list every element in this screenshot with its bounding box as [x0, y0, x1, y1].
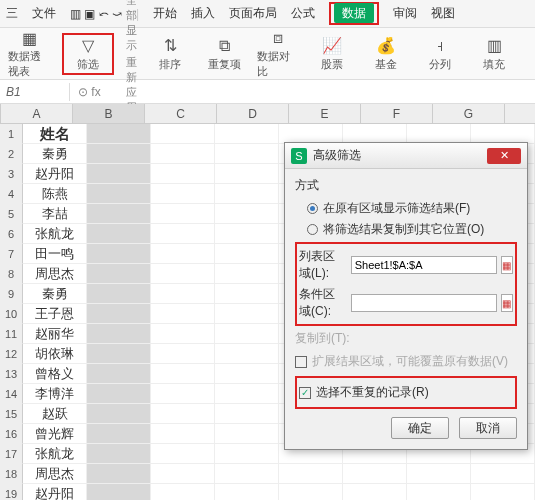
cell[interactable] [151, 484, 215, 500]
row-header[interactable]: 17 [0, 444, 23, 464]
cell[interactable] [151, 304, 215, 324]
cell[interactable] [87, 404, 151, 424]
cell[interactable] [87, 144, 151, 164]
cell[interactable] [151, 224, 215, 244]
cell[interactable] [87, 424, 151, 444]
cell[interactable] [151, 364, 215, 384]
row-header[interactable]: 1 [0, 124, 23, 144]
row-header[interactable]: 11 [0, 324, 23, 344]
cell[interactable] [215, 464, 279, 484]
row-header[interactable]: 6 [0, 224, 23, 244]
cell[interactable] [279, 484, 343, 500]
row-header[interactable]: 13 [0, 364, 23, 384]
cell[interactable] [407, 464, 471, 484]
cell[interactable] [215, 224, 279, 244]
row-header[interactable]: 3 [0, 164, 23, 184]
cell[interactable] [215, 204, 279, 224]
col-header-E[interactable]: E [289, 104, 361, 123]
cell[interactable]: 赵丽华 [23, 324, 87, 344]
cell[interactable] [87, 204, 151, 224]
cell[interactable] [87, 484, 151, 500]
cell[interactable] [279, 464, 343, 484]
col-header-C[interactable]: C [145, 104, 217, 123]
cell[interactable]: 李喆 [23, 204, 87, 224]
row-header[interactable]: 7 [0, 244, 23, 264]
ribbon-fund[interactable]: 💰基金 [365, 36, 407, 72]
cell[interactable]: 陈燕 [23, 184, 87, 204]
cell[interactable] [215, 184, 279, 204]
tab-review[interactable]: 审阅 [393, 5, 417, 22]
ok-button[interactable]: 确定 [391, 417, 449, 439]
tab-home[interactable]: 开始 [153, 5, 177, 22]
cell[interactable] [87, 284, 151, 304]
cell[interactable] [279, 124, 343, 144]
cell[interactable]: 田一鸣 [23, 244, 87, 264]
menu-file[interactable]: 文件 [32, 5, 56, 22]
cell[interactable] [215, 404, 279, 424]
cell[interactable]: 秦勇 [23, 284, 87, 304]
cell[interactable] [471, 124, 535, 144]
cell[interactable] [87, 264, 151, 284]
cell[interactable] [151, 324, 215, 344]
cell[interactable] [151, 404, 215, 424]
ribbon-filter[interactable]: ▽筛选 [67, 36, 109, 72]
radio-inplace[interactable]: 在原有区域显示筛选结果(F) [295, 198, 517, 219]
cell[interactable] [87, 324, 151, 344]
cell[interactable] [87, 164, 151, 184]
cell[interactable]: 赵丹阳 [23, 484, 87, 500]
cell[interactable] [151, 244, 215, 264]
ribbon-compare[interactable]: ⧈数据对比 [257, 28, 299, 79]
cell[interactable] [151, 264, 215, 284]
radio-copy[interactable]: 将筛选结果复制到其它位置(O) [295, 219, 517, 240]
cell[interactable] [215, 164, 279, 184]
row-header[interactable]: 16 [0, 424, 23, 444]
col-header-D[interactable]: D [217, 104, 289, 123]
cell[interactable] [215, 324, 279, 344]
ribbon-split[interactable]: ⫞分列 [419, 36, 461, 72]
cell[interactable] [87, 344, 151, 364]
row-header[interactable]: 5 [0, 204, 23, 224]
cancel-button[interactable]: 取消 [459, 417, 517, 439]
cell[interactable] [407, 484, 471, 500]
cell[interactable] [343, 484, 407, 500]
cell[interactable] [151, 424, 215, 444]
cell[interactable] [343, 464, 407, 484]
tab-data[interactable]: 数据 [334, 3, 374, 23]
cell[interactable] [471, 464, 535, 484]
cell[interactable] [215, 344, 279, 364]
cell[interactable] [215, 484, 279, 500]
col-header-H[interactable]: H [505, 104, 535, 123]
cell[interactable]: 周思杰 [23, 264, 87, 284]
cell[interactable] [87, 124, 151, 144]
cell[interactable] [151, 204, 215, 224]
ribbon-fill[interactable]: ▥填充 [473, 36, 515, 72]
ribbon-dup[interactable]: ⧉重复项 [203, 36, 245, 72]
row-header[interactable]: 2 [0, 144, 23, 164]
cell[interactable] [87, 364, 151, 384]
row-header[interactable]: 8 [0, 264, 23, 284]
cell[interactable] [151, 464, 215, 484]
list-range-picker[interactable]: ▦ [501, 256, 513, 274]
cell[interactable] [215, 304, 279, 324]
cell[interactable] [87, 224, 151, 244]
row-header[interactable]: 12 [0, 344, 23, 364]
list-range-input[interactable] [351, 256, 497, 274]
cell[interactable] [215, 244, 279, 264]
cell[interactable] [215, 284, 279, 304]
row-header[interactable]: 18 [0, 464, 23, 484]
cell[interactable]: 姓名 [23, 124, 87, 144]
dialog-close-button[interactable]: ✕ [487, 148, 521, 164]
col-header-F[interactable]: F [361, 104, 433, 123]
cell[interactable] [151, 344, 215, 364]
cell[interactable] [151, 144, 215, 164]
row-header[interactable]: 19 [0, 484, 23, 500]
row-header[interactable]: 14 [0, 384, 23, 404]
cell[interactable] [151, 124, 215, 144]
cell[interactable]: 赵跃 [23, 404, 87, 424]
col-header-G[interactable]: G [433, 104, 505, 123]
cell[interactable] [215, 144, 279, 164]
tab-view[interactable]: 视图 [431, 5, 455, 22]
cell[interactable]: 曾格义 [23, 364, 87, 384]
col-header-A[interactable]: A [1, 104, 73, 123]
app-menu-icon[interactable]: 三 [6, 5, 18, 22]
